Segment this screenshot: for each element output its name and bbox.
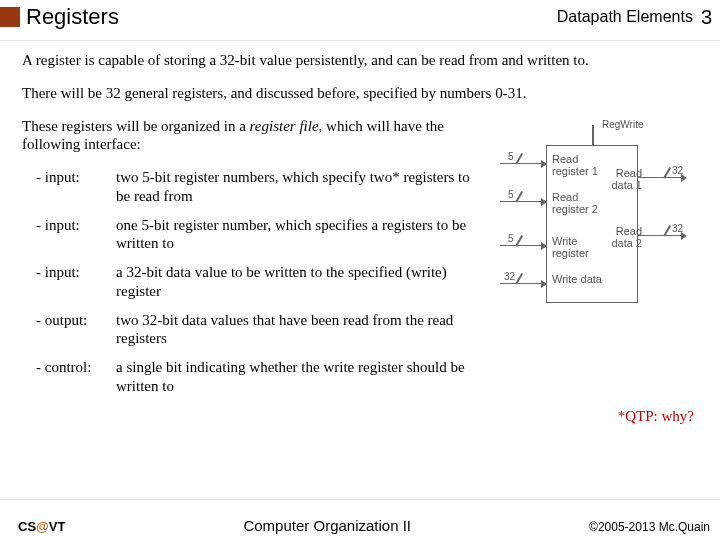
- slide-header: Registers Datapath Elements 3: [0, 0, 720, 40]
- bus-width-32: 32: [504, 271, 515, 282]
- port-read-reg2: Read register 2: [552, 191, 612, 215]
- bus-slash-icon: [516, 163, 526, 173]
- footer-cs: CS: [18, 519, 36, 534]
- bus-width-32: 32: [672, 165, 683, 176]
- signal-regwrite: RegWrite: [602, 119, 644, 130]
- bus-width-5: 5: [508, 189, 514, 200]
- wire-out1: [638, 177, 686, 179]
- list-item: - input: a 32-bit data value to be writt…: [36, 263, 484, 301]
- at-icon: @: [36, 519, 49, 534]
- section-label: Datapath Elements: [557, 8, 693, 26]
- page-title: Registers: [26, 4, 557, 30]
- slide-footer: CS@VT Computer Organization II ©2005-201…: [0, 517, 720, 534]
- bus-slash-icon: [664, 177, 674, 187]
- def-key: - input:: [36, 168, 116, 206]
- bus-slash-icon: [516, 283, 526, 293]
- bus-slash-icon: [516, 201, 526, 211]
- def-key: - input:: [36, 216, 116, 254]
- footer-copyright: ©2005-2013 Mc.Quain: [589, 520, 710, 534]
- bus-slash-icon: [516, 245, 526, 255]
- wire-out2: [638, 235, 686, 237]
- port-read-data1: Read data 1: [602, 167, 642, 191]
- footer-title: Computer Organization II: [65, 517, 589, 534]
- slide-body: A register is capable of storing a 32-bi…: [0, 40, 720, 500]
- p3-a: These registers will be organized in a: [22, 118, 250, 134]
- bus-slash-icon: [664, 235, 674, 245]
- def-val: two 32-bit data values that have been re…: [116, 311, 484, 349]
- wire-top: [592, 125, 594, 145]
- paragraph-2: There will be 32 general registers, and …: [22, 84, 698, 103]
- def-val: a single bit indicating whether the writ…: [116, 358, 484, 396]
- paragraph-1: A register is capable of storing a 32-bi…: [22, 51, 698, 70]
- def-val: a 32-bit data value to be written to the…: [116, 263, 484, 301]
- def-val: two 5-bit register numbers, which specif…: [116, 168, 484, 206]
- list-item: - output: two 32-bit data values that ha…: [36, 311, 484, 349]
- list-item: - input: one 5-bit register number, whic…: [36, 216, 484, 254]
- list-item: - input: two 5-bit register numbers, whi…: [36, 168, 484, 206]
- p3-em: register file: [250, 118, 319, 134]
- footer-vt: VT: [49, 519, 66, 534]
- def-key: - control:: [36, 358, 116, 396]
- port-read-data2: Read data 2: [602, 225, 642, 249]
- interface-list: - input: two 5-bit register numbers, whi…: [36, 168, 484, 396]
- bus-width-5: 5: [508, 151, 514, 162]
- def-key: - input:: [36, 263, 116, 301]
- def-val: one 5-bit register number, which specifi…: [116, 216, 484, 254]
- slide-number: 3: [701, 6, 712, 29]
- bus-width-32: 32: [672, 223, 683, 234]
- footer-course: CS@VT: [18, 519, 65, 534]
- paragraph-3: These registers will be organized in a r…: [22, 117, 484, 155]
- port-write-reg: Write register: [552, 235, 607, 259]
- qtp-note: *QTP: why?: [22, 408, 698, 425]
- bus-width-5: 5: [508, 233, 514, 244]
- list-item: - control: a single bit indicating wheth…: [36, 358, 484, 396]
- def-key: - output:: [36, 311, 116, 349]
- port-write-data: Write data: [552, 273, 602, 285]
- accent-square: [0, 7, 20, 27]
- register-file-diagram: RegWrite 5 Read register 1 5 Read regist…: [494, 117, 698, 307]
